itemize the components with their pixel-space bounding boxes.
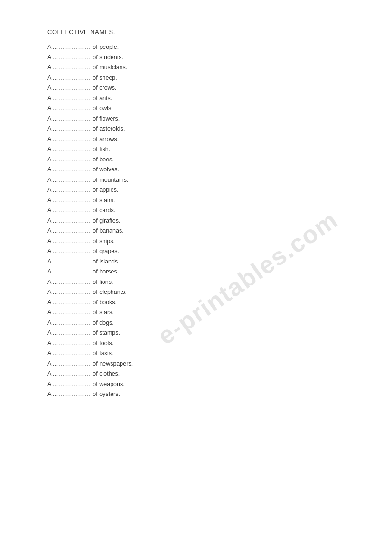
item-dots: ……………… [52,348,91,359]
item-prefix: A [47,134,51,145]
item-dots: ……………… [52,134,91,145]
list-item: A ……………… of dogs. [47,318,354,329]
item-noun: of ships. [93,236,115,247]
page-title: COLLECTIVE NAMES. [47,28,354,36]
item-dots: ……………… [52,308,91,318]
item-prefix: A [47,114,51,124]
item-dots: ……………… [52,379,91,390]
item-prefix: A [47,318,51,329]
item-prefix: A [47,339,51,349]
item-prefix: A [47,308,51,318]
item-dots: ……………… [52,73,91,84]
list-item: A ……………… of arrows. [47,134,354,145]
list-item: A ……………… of lions. [47,277,354,288]
item-prefix: A [47,348,51,359]
item-noun: of mountains. [93,175,128,186]
item-dots: ……………… [52,236,91,247]
list-item: A ……………… of fish. [47,144,354,155]
item-prefix: A [47,287,51,298]
item-noun: of sheep. [93,73,117,84]
item-dots: ……………… [52,226,91,236]
item-dots: ……………… [52,155,91,165]
item-prefix: A [47,236,51,247]
item-noun: of horses. [93,267,119,277]
item-prefix: A [47,379,51,390]
item-noun: of giraffes. [93,216,120,226]
collective-names-list: A ……………… of people.A ……………… of students.… [47,42,354,400]
item-noun: of stamps. [93,328,120,339]
item-dots: ……………… [52,175,91,186]
list-item: A ……………… of oysters. [47,389,354,400]
item-noun: of arrows. [93,134,119,145]
item-noun: of wolves. [93,165,119,175]
item-prefix: A [47,185,51,196]
item-prefix: A [47,73,51,84]
item-noun: of apples. [93,185,118,196]
item-prefix: A [47,206,51,216]
list-item: A ……………… of owls. [47,103,354,114]
item-prefix: A [47,63,51,73]
list-item: A ……………… of asteroids. [47,124,354,134]
item-dots: ……………… [52,298,91,308]
item-noun: of people. [93,42,119,53]
list-item: A ……………… of stairs. [47,196,354,206]
item-prefix: A [47,42,51,53]
item-prefix: A [47,328,51,339]
list-item: A ……………… of people. [47,42,354,53]
page: e-printables.com COLLECTIVE NAMES. A ………… [0,0,392,555]
item-noun: of elephants. [93,287,127,298]
item-dots: ……………… [52,389,91,400]
list-item: A ……………… of stamps. [47,328,354,339]
item-dots: ……………… [52,144,91,155]
item-dots: ……………… [52,267,91,277]
list-item: A ……………… of taxis. [47,348,354,359]
list-item: A ……………… of ants. [47,94,354,104]
item-prefix: A [47,83,51,94]
list-item: A ……………… of apples. [47,185,354,196]
item-prefix: A [47,124,51,134]
item-dots: ……………… [52,246,91,257]
item-prefix: A [47,246,51,257]
item-noun: of asteroids. [93,124,125,134]
item-noun: of clothes. [93,369,120,379]
list-item: A ……………… of islands. [47,257,354,267]
item-prefix: A [47,369,51,379]
item-dots: ……………… [52,206,91,216]
list-item: A ……………… of crows. [47,83,354,94]
item-prefix: A [47,144,51,155]
list-item: A ……………… of newspapers. [47,359,354,369]
item-prefix: A [47,94,51,104]
item-prefix: A [47,277,51,288]
item-noun: of newspapers. [93,359,133,369]
item-dots: ……………… [52,369,91,379]
item-noun: of stars. [93,308,113,318]
item-dots: ……………… [52,216,91,226]
list-item: A ……………… of grapes. [47,246,354,257]
list-item: A ……………… of ships. [47,236,354,247]
item-prefix: A [47,257,51,267]
item-noun: of flowers. [93,114,120,124]
item-noun: of weapons. [93,379,124,390]
item-prefix: A [47,196,51,206]
item-noun: of tools. [93,339,113,349]
item-dots: ……………… [52,328,91,339]
list-item: A ……………… of wolves. [47,165,354,175]
list-item: A ……………… of weapons. [47,379,354,390]
item-noun: of students. [93,53,123,63]
item-noun: of grapes. [93,246,119,257]
item-dots: ……………… [52,196,91,206]
item-dots: ……………… [52,124,91,134]
list-item: A ……………… of cards. [47,206,354,216]
item-noun: of taxis. [93,348,113,359]
item-dots: ……………… [52,277,91,288]
item-prefix: A [47,359,51,369]
item-noun: of fish. [93,144,110,155]
item-dots: ……………… [52,359,91,369]
item-noun: of musicians. [93,63,127,73]
list-item: A ……………… of elephants. [47,287,354,298]
item-dots: ……………… [52,83,91,94]
item-dots: ……………… [52,53,91,63]
item-noun: of oysters. [93,389,120,400]
list-item: A ……………… of students. [47,53,354,63]
item-noun: of ants. [93,94,112,104]
